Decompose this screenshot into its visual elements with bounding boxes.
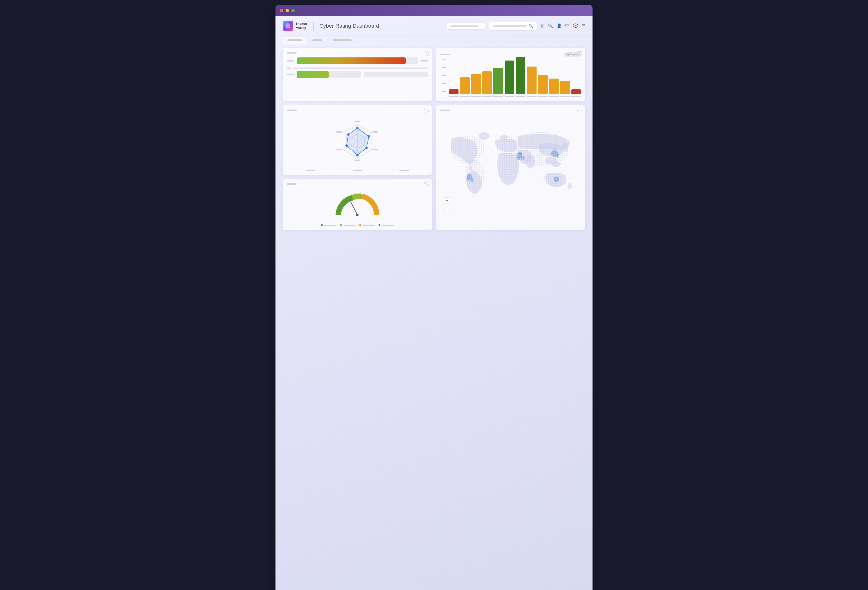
- radar-label-2: [353, 170, 362, 171]
- bar-2: [460, 77, 469, 94]
- bar-chart: [449, 59, 581, 97]
- gauge-chart: [334, 191, 381, 220]
- radar-card-title: [287, 109, 297, 111]
- bar-7: [516, 57, 525, 94]
- map-help-button[interactable]: ?: [577, 109, 582, 113]
- score-bar-2: [297, 71, 329, 78]
- score-row-2: [287, 71, 428, 78]
- bar-chart-title: [440, 54, 450, 55]
- traffic-light-red[interactable]: [280, 9, 283, 12]
- grid-icon[interactable]: ⊞: [541, 23, 545, 29]
- tab-3-label: [333, 39, 352, 41]
- traffic-light-yellow[interactable]: [286, 9, 289, 12]
- bar-11: [560, 81, 570, 94]
- tab-1[interactable]: [283, 37, 307, 44]
- score-row-1: [287, 58, 428, 64]
- dashboard-grid: ?: [276, 44, 592, 234]
- svg-marker-6: [347, 128, 369, 155]
- gauge-legend-poor: [359, 224, 375, 226]
- app-tabs: [276, 37, 592, 44]
- radar-card: ?: [283, 105, 432, 175]
- logo-icon: [283, 21, 293, 31]
- bar-col-10: [549, 78, 559, 97]
- gauge-label-poor: [363, 225, 375, 226]
- logo-text: Thomas Murray: [296, 22, 308, 30]
- svg-rect-17: [336, 149, 342, 150]
- bar-col-6: [505, 61, 514, 97]
- gauge-dot-na: [378, 224, 381, 226]
- header-divider: [313, 22, 314, 30]
- bar-10: [549, 78, 559, 94]
- gauge-help-button[interactable]: ?: [424, 182, 429, 187]
- legend-text: Legend: [570, 53, 578, 56]
- radar-labels: [287, 170, 428, 171]
- svg-point-11: [345, 144, 348, 147]
- svg-point-27: [562, 143, 568, 152]
- bar-6: [505, 61, 514, 94]
- bar-5: [493, 68, 503, 94]
- svg-point-30: [568, 183, 572, 189]
- score-card: ?: [283, 48, 432, 101]
- bar-col-1: [449, 89, 459, 97]
- radar-label-3: [399, 170, 409, 171]
- map-zoom-in-button[interactable]: +: [444, 204, 450, 210]
- user-icon[interactable]: 👤: [557, 23, 562, 29]
- radar-help-button[interactable]: ?: [424, 109, 429, 113]
- score-bar-1: [297, 58, 406, 64]
- search-placeholder: [493, 25, 527, 27]
- tab-2[interactable]: [308, 37, 327, 44]
- gauge-card-title: [287, 183, 297, 185]
- chat-icon[interactable]: 💬: [573, 23, 578, 29]
- chevron-down-icon: ▾: [480, 25, 481, 27]
- map-zoom-out-button[interactable]: −: [444, 197, 450, 203]
- score-label-1: [287, 60, 294, 62]
- tab-3[interactable]: [328, 37, 357, 44]
- map-card-title: [440, 109, 450, 111]
- app-header: Thomas Murray Cyber Rating Dashboard ▾ 🔍…: [276, 16, 592, 36]
- score-help-button[interactable]: ?: [424, 51, 429, 56]
- svg-point-35: [521, 156, 524, 160]
- logo-area: Thomas Murray: [283, 21, 308, 31]
- bar-col-3: [471, 74, 481, 97]
- header-dropdown[interactable]: ▾: [447, 22, 485, 30]
- svg-rect-13: [354, 121, 360, 122]
- gauge-label-na: [382, 225, 394, 226]
- x-label-1: [449, 96, 459, 97]
- header-search[interactable]: 🔍: [489, 22, 537, 31]
- svg-point-10: [356, 154, 359, 157]
- bar-12: [571, 89, 581, 94]
- gauge-card: ?: [283, 179, 432, 231]
- svg-point-39: [556, 154, 559, 158]
- gauge-dot-poor: [359, 224, 361, 226]
- x-label-6: [505, 96, 514, 97]
- bar-3: [471, 74, 481, 94]
- shield-icon[interactable]: 🛡: [565, 24, 570, 29]
- gauge-container: [287, 189, 428, 222]
- search-icon-header[interactable]: 🔍: [548, 23, 553, 29]
- bar-col-9: [538, 75, 548, 97]
- x-label-2: [460, 96, 469, 97]
- x-label-5: [493, 96, 503, 97]
- map-container: − +: [440, 113, 581, 214]
- app-content: Thomas Murray Cyber Rating Dashboard ▾ 🔍…: [276, 16, 592, 590]
- radar-chart: [334, 117, 381, 165]
- svg-point-7: [356, 127, 359, 129]
- bar-8: [527, 67, 536, 94]
- bar-col-5: [493, 68, 503, 97]
- tab-1-label: [288, 39, 302, 41]
- bar-col-2: [460, 77, 469, 97]
- bar-4: [482, 71, 492, 94]
- svg-point-8: [368, 135, 370, 138]
- svg-point-26: [479, 132, 490, 140]
- score-bar-container-2: [297, 71, 361, 78]
- x-label-7: [516, 96, 525, 97]
- bar-chart-help-button[interactable]: ?: [577, 51, 582, 56]
- menu-icon[interactable]: ☰: [582, 23, 585, 29]
- bar-col-12: [571, 89, 581, 97]
- bar-chart-card: Legend ?: [436, 48, 585, 101]
- x-label-8: [527, 96, 536, 97]
- gauge-legend: [287, 224, 428, 226]
- page-title: Cyber Rating Dashboard: [319, 23, 379, 29]
- bar-col-7: [516, 57, 525, 97]
- traffic-light-green[interactable]: [291, 9, 295, 12]
